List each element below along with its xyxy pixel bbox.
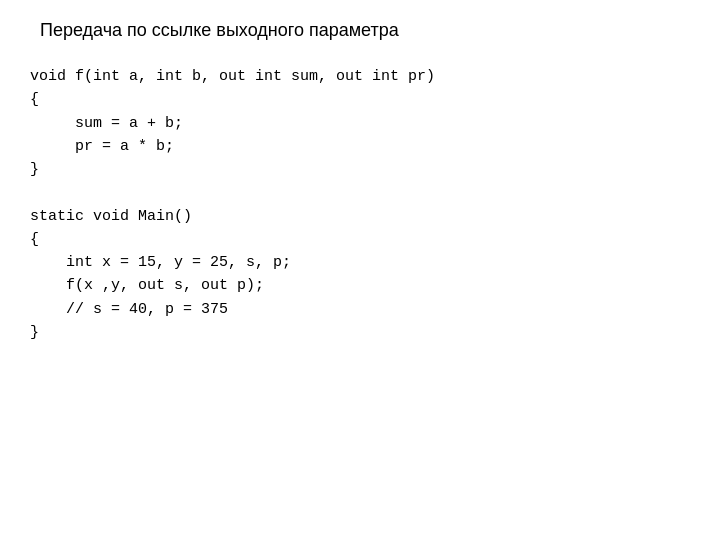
code-block: void f(int a, int b, out int sum, out in…	[30, 65, 690, 344]
page-title: Передача по ссылке выходного параметра	[40, 20, 690, 41]
page-container: Передача по ссылке выходного параметра v…	[0, 0, 720, 540]
